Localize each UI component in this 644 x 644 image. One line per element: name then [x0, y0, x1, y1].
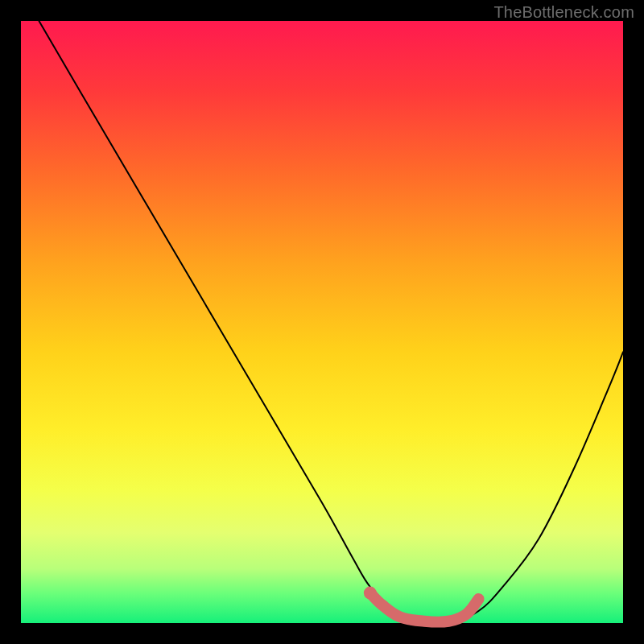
- optimal-highlight: [370, 593, 479, 622]
- optimal-highlight-dot: [364, 587, 377, 600]
- chart-stage: TheBottleneck.com: [0, 0, 644, 644]
- bottleneck-curve: [39, 21, 623, 621]
- attribution-text: TheBottleneck.com: [493, 3, 634, 22]
- curve-layer: [21, 21, 623, 623]
- plot-area: [21, 21, 623, 623]
